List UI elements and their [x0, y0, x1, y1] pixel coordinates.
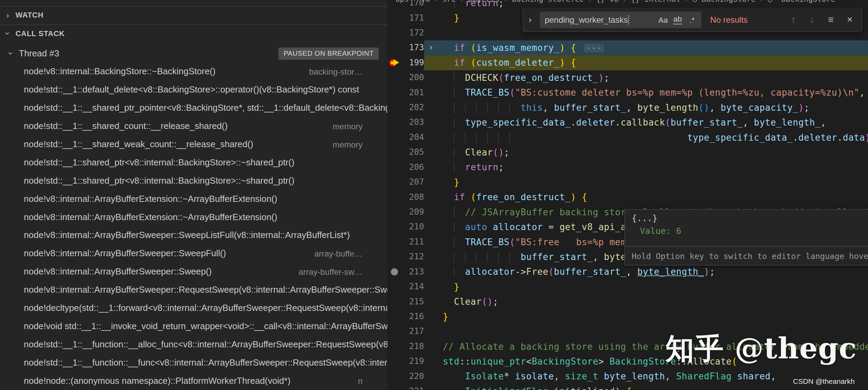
line-number[interactable]: 202 — [402, 100, 424, 115]
call-stack-frame[interactable]: node!std::__1::__shared_weak_count::__re… — [0, 135, 388, 153]
regex-button[interactable]: .* — [685, 13, 699, 26]
hover-expand-summary[interactable]: {...} — [625, 210, 868, 224]
line-number[interactable]: 221 — [402, 384, 424, 390]
next-match-button[interactable]: ↓ — [804, 12, 820, 28]
code-line[interactable]: 201 TRACE_BS("BS:custome deleter bs=%p m… — [388, 85, 868, 100]
breakpoint-gutter[interactable] — [388, 279, 402, 294]
code-line[interactable]: 215 Clear(); — [388, 294, 868, 309]
breadcrumb-item[interactable]: src — [442, 0, 456, 3]
breadcrumb-item[interactable]: ○ ~BackingStore — [768, 0, 835, 3]
breakpoint-gutter[interactable] — [388, 55, 402, 70]
breakpoint-gutter[interactable] — [388, 115, 402, 130]
line-number[interactable]: 171 — [402, 11, 424, 25]
code-line[interactable]: 204 type_specific_data_.deleter.data); — [388, 130, 868, 145]
line-number[interactable]: 213 — [402, 264, 424, 279]
line-number[interactable]: 172 — [402, 25, 424, 40]
code-line[interactable]: 173› if (is_wasm_memory_) { ··· — [388, 40, 868, 55]
call-stack-frame[interactable]: node!std::__1::shared_ptr<v8::internal::… — [0, 172, 388, 190]
line-number[interactable]: 217 — [402, 324, 424, 339]
breakpoint-gutter[interactable] — [388, 40, 402, 55]
code-line[interactable]: 213 allocator->Free(buffer_start_, byte_… — [388, 264, 868, 279]
code-line[interactable]: 203 type_specific_data_.deleter.callback… — [388, 115, 868, 130]
breakpoint-gutter[interactable] — [388, 220, 402, 235]
code-line-content[interactable]: this, buffer_start_, byte_length(), byte… — [424, 100, 868, 115]
code-line-content[interactable]: return; — [424, 160, 868, 175]
breakpoint-gutter[interactable] — [388, 294, 402, 309]
breakpoint-gutter[interactable] — [388, 145, 402, 160]
code-line[interactable]: 200 DCHECK(free_on_destruct_); — [388, 70, 868, 85]
call-stack-frame[interactable]: node!std::__1::__shared_ptr_pointer<v8::… — [0, 99, 388, 117]
breakpoint-gutter[interactable] — [388, 264, 402, 279]
breakpoint-gutter[interactable] — [388, 160, 402, 175]
breakpoint-gutter[interactable] — [388, 70, 402, 85]
code-line[interactable]: 208 if (free_on_destruct_) { — [388, 190, 868, 205]
breakpoint-gutter[interactable] — [388, 130, 402, 145]
code-line[interactable]: 205 Clear(); — [388, 145, 868, 160]
code-line[interactable]: 206 return; — [388, 160, 868, 175]
line-number[interactable]: 206 — [402, 160, 424, 175]
line-number[interactable]: 201 — [402, 85, 424, 100]
call-stack-frame[interactable]: node!v8::internal::BackingStore::~Backin… — [0, 63, 388, 81]
breakpoint-gutter[interactable] — [388, 369, 402, 384]
breadcrumb-item[interactable]: ups — [395, 0, 409, 3]
code-line-content[interactable]: TRACE_BS("BS:custome deleter bs=%p mem=%… — [424, 85, 868, 100]
find-in-selection-button[interactable]: ≡ — [823, 12, 839, 28]
watch-section-header[interactable]: › WATCH — [0, 6, 388, 24]
code-line-content[interactable]: › if (is_wasm_memory_) { ··· — [424, 40, 868, 55]
code-line-content[interactable]: Clear(); — [424, 294, 868, 309]
line-number[interactable]: 203 — [402, 115, 424, 130]
call-stack-frame[interactable]: node!v8::internal::ArrayBufferExtension:… — [0, 190, 388, 208]
line-number[interactable]: 214 — [402, 279, 424, 294]
code-line-content[interactable]: DCHECK(free_on_destruct_); — [424, 70, 868, 85]
breakpoint-gutter[interactable] — [388, 25, 402, 40]
toggle-replace-button[interactable]: › — [529, 15, 537, 25]
line-number[interactable]: 204 — [402, 130, 424, 145]
code-line[interactable]: 199 if (custom_deleter_) { — [388, 55, 868, 70]
breadcrumb-item[interactable]: objects — [468, 0, 500, 3]
breakpoint-gutter[interactable] — [388, 100, 402, 115]
line-number[interactable]: 200 — [402, 70, 424, 85]
find-input[interactable]: pending_worker_tasks Aa ab .* — [540, 11, 701, 28]
code-line-content[interactable]: } — [424, 279, 868, 294]
breakpoint-gutter[interactable] — [388, 205, 402, 219]
call-stack-frame[interactable]: node!std::__1::__shared_count::__release… — [0, 117, 388, 135]
breakpoint-gutter[interactable] — [388, 85, 402, 100]
line-number[interactable]: 208 — [402, 190, 424, 205]
code-line-content[interactable]: Clear(); — [424, 145, 868, 160]
breakpoint-gutter[interactable] — [388, 354, 402, 369]
code-line-content[interactable]: allocator->Free(buffer_start_, byte_leng… — [424, 264, 868, 279]
code-line[interactable]: 207 } — [388, 175, 868, 189]
call-stack-frame[interactable]: node!node::(anonymous namespace)::Platfo… — [0, 372, 388, 390]
breadcrumb-item[interactable]: {} internal — [631, 0, 680, 3]
line-number[interactable]: 173 — [402, 40, 424, 55]
whole-word-button[interactable]: ab — [670, 13, 685, 26]
call-stack-frame[interactable]: node!std::__1::__function::__func<v8::in… — [0, 354, 388, 372]
code-line-content[interactable]: type_specific_data_.deleter.data); — [424, 130, 868, 145]
line-number[interactable]: 211 — [402, 235, 424, 249]
breadcrumb-item[interactable]: ○ BackingStore — [692, 0, 755, 3]
close-find-button[interactable]: × — [842, 12, 857, 28]
code-line-content[interactable]: } — [424, 309, 868, 324]
call-stack-frame[interactable]: node!std::__1::shared_ptr<v8::internal::… — [0, 153, 388, 172]
code-line[interactable]: 216} — [388, 309, 868, 324]
match-case-button[interactable]: Aa — [656, 13, 670, 26]
call-stack-frame[interactable]: node!v8::internal::ArrayBufferSweeper::R… — [0, 281, 388, 299]
breakpoint-gutter[interactable] — [388, 339, 402, 354]
code-line[interactable]: 202 this, buffer_start_, byte_length(), … — [388, 100, 868, 115]
breakpoint-gutter[interactable] — [388, 175, 402, 189]
call-stack-frame[interactable]: node!v8::internal::ArrayBufferSweeper::S… — [0, 226, 388, 245]
previous-match-button[interactable]: ↑ — [785, 12, 801, 28]
code-line-content[interactable]: if (free_on_destruct_) { — [424, 190, 868, 205]
breadcrumb-item[interactable]: v8 — [421, 0, 430, 3]
breadcrumb-item[interactable]: {} v8 — [596, 0, 618, 3]
line-number[interactable]: 212 — [402, 249, 424, 264]
call-stack-frame[interactable]: node!v8::internal::ArrayBufferSweeper::S… — [0, 245, 388, 263]
line-number[interactable]: 216 — [402, 309, 424, 324]
line-number[interactable]: 205 — [402, 145, 424, 160]
code-line-content[interactable]: } — [424, 175, 868, 189]
breakpoint-gutter[interactable] — [388, 384, 402, 390]
code-line[interactable]: 214 } — [388, 279, 868, 294]
call-stack-frame[interactable]: node!std::__1::default_delete<v8::Backin… — [0, 81, 388, 99]
call-stack-frame[interactable]: node!decltype(std::__1::forward<v8::inte… — [0, 299, 388, 317]
fold-chevron-icon[interactable]: › — [428, 40, 434, 55]
